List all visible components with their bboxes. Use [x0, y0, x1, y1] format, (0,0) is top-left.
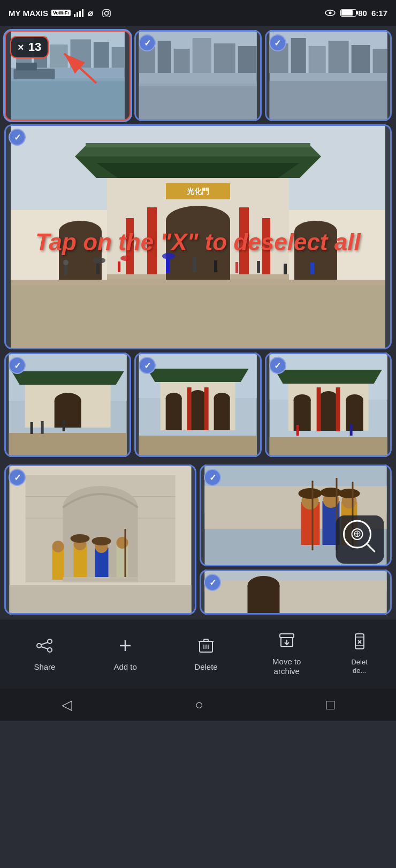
delete-device-button[interactable]: Deletde... — [346, 633, 373, 675]
svg-point-7 — [108, 11, 109, 12]
bottom-toolbar: Share Add to Delete — [0, 619, 396, 689]
delete-label: Delete — [194, 662, 217, 671]
photo-8-image: ⊕ — [200, 465, 392, 566]
share-button[interactable]: Share — [23, 637, 66, 671]
svg-rect-137 — [63, 577, 138, 582]
selection-counter[interactable]: × 13 — [10, 36, 49, 58]
svg-point-109 — [293, 394, 310, 405]
status-bar: MY MAXIS VoWiFi ⌀ — [0, 0, 396, 26]
svg-rect-20 — [13, 69, 55, 79]
svg-rect-134 — [125, 529, 126, 582]
svg-point-9 — [329, 12, 332, 14]
delete-icon — [197, 637, 215, 658]
share-label: Share — [34, 662, 55, 671]
photo-cell-9[interactable]: ✓ — [200, 570, 392, 615]
svg-point-55 — [294, 221, 337, 242]
recents-nav-button[interactable]: □ — [326, 697, 335, 713]
svg-rect-102 — [204, 387, 209, 430]
signal-icon — [74, 9, 85, 17]
photo-cell-4[interactable]: ✓ — [4, 353, 131, 457]
delete-device-label: Deletde... — [351, 658, 367, 675]
check-badge-8: ✓ — [204, 469, 221, 486]
svg-marker-94 — [147, 369, 249, 382]
instagram-icon — [102, 9, 111, 17]
photo-cell-6[interactable]: ✓ — [265, 353, 392, 457]
svg-point-122 — [63, 486, 138, 529]
svg-rect-177 — [280, 634, 294, 638]
add-icon — [117, 637, 134, 658]
eye-icon — [324, 9, 336, 17]
svg-rect-17 — [112, 47, 125, 68]
svg-text:光化門: 光化門 — [186, 187, 209, 196]
svg-rect-64 — [126, 218, 134, 274]
check-badge-wide: ✓ — [9, 129, 26, 146]
check-badge-7: ✓ — [9, 469, 26, 486]
photo-wide-image: 光化門 — [4, 124, 392, 349]
svg-point-77 — [93, 257, 105, 264]
svg-rect-114 — [316, 387, 321, 431]
deselect-icon[interactable]: × — [18, 41, 24, 54]
svg-rect-73 — [235, 262, 238, 273]
svg-point-78 — [120, 256, 131, 261]
svg-text:⌀: ⌀ — [88, 9, 93, 17]
svg-point-147 — [321, 488, 342, 497]
svg-rect-87 — [9, 433, 127, 457]
svg-rect-70 — [166, 259, 170, 273]
svg-line-168 — [41, 647, 48, 649]
svg-point-111 — [319, 391, 337, 402]
svg-rect-25 — [158, 41, 171, 73]
selection-count: 13 — [28, 40, 41, 54]
photo-cell-3[interactable]: ✓ — [265, 30, 392, 121]
svg-rect-69 — [118, 261, 120, 272]
home-nav-button[interactable]: ○ — [195, 697, 203, 713]
svg-point-150 — [339, 489, 360, 498]
svg-point-144 — [299, 488, 322, 499]
archive-label: Move toarchive — [272, 657, 301, 676]
photo-7-image — [4, 465, 196, 615]
archive-icon — [278, 632, 295, 653]
photo-cell-7[interactable]: ✓ — [4, 465, 196, 615]
top-photo-grid: × 13 ✓ — [0, 26, 396, 125]
svg-rect-30 — [139, 84, 257, 121]
svg-point-133 — [117, 537, 128, 549]
svg-rect-103 — [139, 436, 257, 457]
check-badge-3: ✓ — [269, 34, 286, 51]
svg-rect-161 — [205, 580, 387, 615]
svg-marker-84 — [12, 371, 124, 385]
svg-rect-0 — [74, 14, 75, 17]
svg-rect-31 — [139, 81, 257, 86]
svg-point-165 — [37, 643, 41, 648]
svg-rect-68 — [96, 263, 100, 274]
svg-rect-26 — [174, 49, 190, 73]
add-to-button[interactable]: Add to — [104, 637, 147, 671]
svg-rect-63 — [239, 207, 249, 274]
photo-cell-2[interactable]: ✓ — [134, 30, 261, 121]
photo-cell-5[interactable]: ✓ — [134, 353, 261, 457]
check-badge-6: ✓ — [269, 357, 286, 374]
svg-rect-173 — [204, 639, 208, 641]
photo-cell-8[interactable]: ⊕ ✓ — [200, 465, 392, 566]
back-nav-button[interactable]: ◁ — [62, 697, 72, 713]
svg-rect-18 — [11, 78, 125, 119]
delete-device-icon — [351, 633, 368, 654]
nav-bar: ◁ ○ □ — [0, 689, 396, 721]
svg-rect-66 — [64, 264, 67, 275]
svg-rect-80 — [11, 285, 385, 349]
svg-rect-151 — [312, 481, 314, 550]
svg-rect-38 — [351, 45, 370, 73]
status-right: 80 6:17 — [324, 9, 387, 18]
svg-rect-72 — [214, 260, 217, 272]
svg-rect-90 — [63, 420, 65, 431]
svg-rect-39 — [372, 49, 387, 73]
svg-rect-74 — [257, 261, 260, 273]
photo-cell-1[interactable]: × 13 — [4, 30, 131, 121]
archive-button[interactable]: Move toarchive — [265, 632, 308, 676]
photo-cell-wide[interactable]: 光化門 — [4, 124, 392, 349]
battery-container: 80 — [340, 9, 367, 18]
svg-point-86 — [55, 393, 81, 409]
wide-photo-row: 光化門 — [0, 124, 396, 349]
delete-button[interactable]: Delete — [185, 637, 227, 671]
svg-rect-29 — [238, 46, 257, 73]
add-to-label: Add to — [114, 662, 137, 671]
svg-point-113 — [346, 394, 363, 405]
